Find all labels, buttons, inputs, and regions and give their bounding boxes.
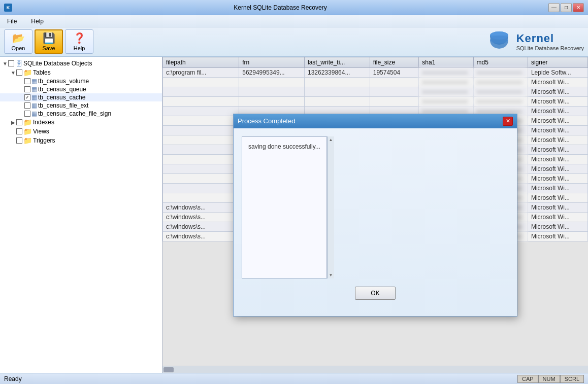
tables-folder-icon: 📁 [23, 68, 32, 77]
maximize-button[interactable]: □ [561, 3, 572, 12]
tv-icon: ▦ [31, 78, 37, 85]
dialog-title-bar: Process Completed ✕ [234, 114, 517, 128]
dialog-text-area: saving done successfully... [242, 136, 327, 278]
right-panel: filepath frn last_write_ti... file_size … [162, 57, 588, 373]
dialog-close-button[interactable]: ✕ [503, 117, 513, 126]
tq-label: tb_census_queue [38, 86, 86, 93]
close-button[interactable]: ✕ [573, 3, 584, 12]
save-label: Save [42, 45, 55, 51]
tc-icon: ▦ [31, 94, 37, 101]
dialog-content: saving done successfully... [246, 141, 322, 274]
tcfs-icon: ▦ [31, 110, 37, 117]
dialog-title: Process Completed [238, 117, 295, 125]
status-indicators: CAP NUM SCRL [517, 375, 584, 383]
dialog-message: saving done successfully... [248, 143, 320, 150]
title-bar-controls: — □ ✕ [548, 3, 584, 12]
triggers-checkbox[interactable] [16, 137, 22, 144]
save-button[interactable]: 💾 Save [35, 29, 63, 54]
tree-item-tb-census-volume[interactable]: ▦ tb_census_volume [0, 77, 162, 85]
tables-label: Tables [33, 69, 51, 76]
cap-indicator: CAP [517, 375, 538, 383]
sidebar-item-views[interactable]: 📁 Views [0, 127, 162, 136]
views-folder-icon: 📁 [23, 127, 32, 135]
root-checkbox[interactable] [8, 60, 14, 66]
process-completed-dialog: Process Completed ✕ saving done successf… [233, 114, 517, 317]
indexes-folder-icon: 📁 [23, 118, 32, 126]
dialog-footer: OK [242, 287, 509, 304]
dialog-vertical-scrollbar[interactable]: ▲ ▼ [327, 136, 334, 278]
status-text: Ready [4, 375, 22, 382]
views-label: Views [33, 128, 49, 135]
minimize-button[interactable]: — [548, 3, 560, 12]
title-bar: K Kernel SQLite Database Recovery — □ ✕ [0, 0, 588, 15]
open-label: Open [12, 45, 25, 51]
tree-item-tb-census-cache-file-sign[interactable]: ▦ tb_census_cache_file_sign [0, 110, 162, 118]
menu-file[interactable]: File [4, 17, 20, 26]
root-folder-icon: 🗄 [15, 59, 22, 67]
tfe-label: tb_census_file_ext [38, 102, 88, 109]
dialog-overlay: Process Completed ✕ saving done successf… [162, 57, 588, 373]
tree-root[interactable]: ▼ 🗄 SQLite Database Objects [0, 59, 162, 68]
tv-label: tb_census_volume [38, 78, 89, 85]
status-bar: Ready CAP NUM SCRL [0, 373, 588, 384]
tree-item-tb-census-queue[interactable]: ▦ tb_census_queue [0, 85, 162, 93]
menu-help[interactable]: Help [28, 17, 47, 26]
scrl-indicator: SCRL [560, 375, 584, 383]
logo-subtitle: SQLite Database Recovery [516, 45, 584, 51]
toolbar-buttons: 📂 Open 💾 Save ❓ Help [4, 29, 93, 54]
title-bar-left: K [4, 4, 12, 12]
views-checkbox[interactable] [16, 128, 22, 134]
main-area: ▼ 🗄 SQLite Database Objects ▼ 📁 Tables ▦… [0, 57, 588, 373]
sidebar-item-tables[interactable]: ▼ 📁 Tables [0, 68, 162, 77]
help-label: Help [74, 45, 85, 51]
tfe-checkbox[interactable] [24, 102, 30, 109]
root-expand-icon: ▼ [2, 61, 8, 66]
tfe-icon: ▦ [31, 102, 37, 109]
save-icon: 💾 [43, 32, 55, 44]
indexes-expand: ▶ [10, 120, 16, 125]
open-button[interactable]: 📂 Open [4, 29, 32, 54]
tv-checkbox[interactable] [24, 78, 30, 84]
help-button[interactable]: ❓ Help [65, 29, 93, 54]
triggers-folder-icon: 📁 [23, 136, 32, 145]
app-icon: K [4, 4, 12, 12]
indexes-label: Indexes [33, 119, 54, 126]
tq-icon: ▦ [31, 86, 37, 93]
root-label: SQLite Database Objects [23, 60, 92, 67]
toolbar-logo: Kernel SQLite Database Recovery [487, 29, 584, 54]
tc-label: tb_census_cache [38, 94, 85, 101]
indexes-checkbox[interactable] [16, 119, 22, 125]
logo-db-icon [487, 29, 511, 54]
sidebar-item-triggers[interactable]: 📁 Triggers [0, 136, 162, 145]
tcfs-label: tb_census_cache_file_sign [38, 110, 111, 117]
tables-expand-icon: ▼ [10, 70, 16, 76]
tables-checkbox[interactable] [16, 69, 22, 76]
logo-name: Kernel [516, 32, 584, 45]
num-indicator: NUM [538, 375, 560, 383]
toolbar: 📂 Open 💾 Save ❓ Help Kernel SQLite Datab… [0, 27, 588, 57]
open-icon: 📂 [12, 32, 25, 44]
tree-item-tb-census-cache[interactable]: ✓ ▦ tb_census_cache [0, 93, 162, 101]
tcfs-checkbox[interactable] [24, 111, 30, 117]
help-icon: ❓ [73, 32, 86, 44]
sidebar-item-indexes[interactable]: ▶ 📁 Indexes [0, 118, 162, 127]
logo-text: Kernel SQLite Database Recovery [516, 32, 584, 51]
ok-button[interactable]: OK [355, 287, 396, 300]
menu-bar: File Help [0, 15, 588, 27]
svg-point-2 [490, 36, 508, 44]
tq-checkbox[interactable] [24, 86, 30, 92]
scroll-up-arrow[interactable]: ▲ [329, 137, 333, 142]
window-title: Kernel SQLite Database Recovery [12, 4, 548, 11]
dialog-body: saving done successfully... ▲ ▼ OK [234, 128, 517, 312]
tc-checkbox[interactable]: ✓ [24, 94, 30, 100]
triggers-label: Triggers [33, 137, 55, 144]
tree-panel: ▼ 🗄 SQLite Database Objects ▼ 📁 Tables ▦… [0, 57, 162, 373]
tree-item-tb-census-file-ext[interactable]: ▦ tb_census_file_ext [0, 101, 162, 110]
scroll-down-arrow[interactable]: ▼ [329, 273, 333, 277]
dialog-scroll-area: saving done successfully... ▲ ▼ [242, 136, 509, 278]
